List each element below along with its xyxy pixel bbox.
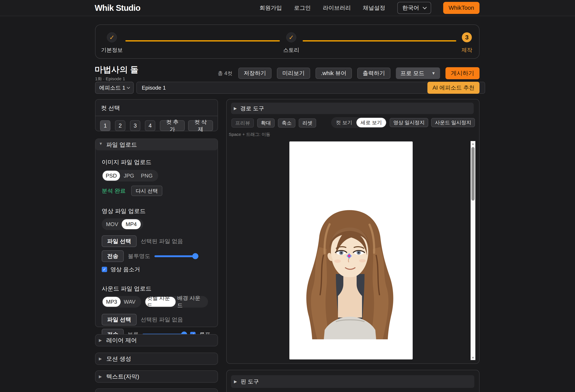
image-format-segment: PSD JPG PNG — [102, 170, 158, 181]
stepper-connector-2 — [303, 40, 456, 42]
cut-button-4[interactable]: 4 — [145, 120, 155, 131]
episode-select[interactable]: 에피소드 1 — [95, 82, 134, 94]
cut-select-panel: 컷 선택 1 2 3 4 컷 추가 컷 삭제 — [95, 99, 218, 131]
pin-tool-title: 핀 도구 — [240, 378, 259, 385]
cut-buttons-row: 1 2 3 4 컷 추가 컷 삭제 — [96, 116, 217, 135]
publish-button[interactable]: 게시하기 — [445, 67, 479, 79]
top-navigation-bar: Whik Studio 회원가입 로그인 라이브러리 채널설정 한국어 Whik… — [0, 0, 575, 16]
canvas-toolbar-left: 프리뷰 확대 축소 리셋 — [231, 118, 316, 128]
progress-stepper: ✓ ✓ 3 기본정보 스토리 제작 — [95, 24, 479, 59]
canvas-toolbar-right: 컷 보기 세로 보기 영상 일시정지 사운드 일시정지 — [331, 117, 475, 128]
step-1-check: ✓ — [107, 32, 117, 42]
delete-cut-button[interactable]: 컷 삭제 — [188, 120, 213, 131]
webtoon-page-canvas[interactable] — [289, 141, 413, 359]
export-button[interactable]: 출력하기 — [357, 68, 390, 79]
video-send-button[interactable]: 전송 — [102, 250, 124, 262]
episode-select-value: 에피소드 1 — [99, 84, 125, 91]
check-icon: ✓ — [288, 34, 294, 41]
scope-background-sound[interactable]: 배경 사운드 — [176, 297, 206, 307]
canvas-scrollbar[interactable]: ▲ ▼ — [471, 141, 475, 360]
sound-file-select-button[interactable]: 파일 선택 — [102, 314, 137, 326]
file-upload-header[interactable]: ▼ 파일 업로드 — [96, 139, 217, 150]
video-mute-label: 영상 음소거 — [110, 266, 140, 273]
whik-studio-app: Whik Studio 회원가입 로그인 라이브러리 채널설정 한국어 Whik… — [0, 0, 575, 392]
step-2-check: ✓ — [286, 32, 296, 42]
canvas-hint-text: Space + 드래그: 이동 — [229, 131, 270, 137]
mode-select[interactable]: 프로 모드 ▼ — [396, 67, 440, 79]
format-mp3[interactable]: MP3 — [102, 297, 120, 307]
scope-per-cut-sound[interactable]: 컷별 사운드 — [145, 297, 176, 307]
scroll-up-icon[interactable]: ▲ — [471, 141, 475, 146]
cut-button-1[interactable]: 1 — [100, 120, 110, 131]
cut-button-3[interactable]: 3 — [130, 120, 140, 131]
preview-button[interactable]: 미리보기 — [277, 68, 310, 79]
format-mp4[interactable]: MP4 — [122, 219, 141, 229]
step-1-label: 기본정보 — [101, 46, 123, 54]
whiktoon-button[interactable]: WhikToon — [443, 2, 479, 14]
view-vertical-option[interactable]: 세로 보기 — [357, 118, 386, 127]
nav-library[interactable]: 라이브러리 — [323, 4, 351, 12]
cut-select-title: 컷 선택 — [96, 100, 217, 116]
opacity-slider[interactable] — [154, 255, 198, 257]
sound-format-segment: MP3 WAV — [102, 296, 141, 307]
caret-right-icon: ▶ — [234, 380, 237, 384]
scroll-down-icon[interactable]: ▼ — [471, 355, 475, 360]
format-psd[interactable]: PSD — [102, 171, 120, 181]
whik-viewer-button[interactable]: .whik 뷰어 — [315, 68, 352, 79]
view-cut-option[interactable]: 컷 보기 — [332, 118, 357, 127]
video-mute-checkbox[interactable] — [102, 267, 107, 272]
caret-down-icon: ▼ — [431, 71, 435, 75]
sound-scope-segment: 컷별 사운드 배경 사운드 — [144, 296, 208, 307]
sound-upload-label: 사운드 파일 업로드 — [102, 285, 217, 293]
nav-channel-settings[interactable]: 채널설정 — [363, 4, 385, 12]
text-subtitle-title: 텍스트(자막) — [106, 373, 139, 381]
path-tool-header[interactable]: ▶ 경로 도구 — [231, 103, 474, 114]
clipped-bottom-panel[interactable] — [95, 389, 218, 392]
analysis-complete-status: 분석 완료 — [102, 187, 126, 195]
opacity-slider-thumb[interactable] — [192, 253, 198, 259]
format-mov[interactable]: MOV — [102, 219, 122, 229]
sound-no-file-text: 선택된 파일 없음 — [141, 316, 183, 323]
layer-control-panel[interactable]: ▶ 레이어 제어 — [95, 334, 218, 346]
nav-login[interactable]: 로그인 — [294, 4, 311, 12]
layer-control-title: 레이어 제어 — [106, 336, 137, 344]
motion-generate-title: 모션 생성 — [106, 355, 131, 363]
page-title: 마법사의 돌 — [95, 64, 139, 75]
preview-tool-button[interactable]: 프리뷰 — [231, 118, 254, 128]
stepper-connector-1 — [125, 40, 280, 42]
format-jpg[interactable]: JPG — [120, 171, 138, 181]
file-upload-title: 파일 업로드 — [106, 141, 137, 149]
language-select[interactable]: 한국어 — [397, 2, 431, 14]
step-3-number: 3 — [462, 32, 472, 42]
episode-row: 에피소드 1 AI 에피소드 추천 — [95, 82, 479, 94]
language-select-value: 한국어 — [402, 4, 419, 12]
caret-down-icon: ▼ — [99, 142, 103, 146]
pause-sound-button[interactable]: 사운드 일시정지 — [431, 118, 475, 127]
save-button[interactable]: 저장하기 — [238, 68, 271, 79]
motion-generate-panel[interactable]: ▶ 모션 생성 — [95, 353, 218, 365]
mode-select-value: 프로 모드 — [400, 69, 425, 77]
character-illustration — [305, 206, 395, 339]
ai-episode-suggest-button[interactable]: AI 에피소드 추천 — [427, 82, 479, 94]
chevron-down-icon — [127, 86, 130, 89]
check-icon: ✓ — [109, 34, 114, 41]
pause-video-button[interactable]: 영상 일시정지 — [390, 118, 429, 127]
add-cut-button[interactable]: 컷 추가 — [160, 120, 185, 131]
caret-right-icon: ▶ — [99, 357, 102, 361]
text-subtitle-panel[interactable]: ▶ 텍스트(자막) — [95, 370, 218, 383]
format-wav[interactable]: WAV — [120, 297, 139, 307]
video-file-select-button[interactable]: 파일 선택 — [102, 235, 137, 247]
zoom-in-button[interactable]: 확대 — [257, 118, 275, 128]
pin-tool-container: ▶ 핀 도구 — [226, 370, 479, 392]
view-mode-segment: 컷 보기 세로 보기 — [331, 117, 386, 128]
app-logo: Whik Studio — [95, 3, 140, 13]
format-png[interactable]: PNG — [138, 171, 156, 181]
file-upload-panel: ▼ 파일 업로드 이미지 파일 업로드 PSD JPG PNG 분석 완료 다시… — [95, 139, 218, 327]
nav-signup[interactable]: 회원가입 — [260, 4, 282, 12]
scrollbar-thumb[interactable] — [471, 147, 475, 200]
pin-tool-header[interactable]: ▶ 핀 도구 — [231, 375, 474, 388]
reselect-button[interactable]: 다시 선택 — [131, 186, 163, 196]
cut-button-2[interactable]: 2 — [115, 120, 125, 131]
reset-view-button[interactable]: 리셋 — [299, 118, 316, 128]
zoom-out-button[interactable]: 축소 — [278, 118, 295, 128]
